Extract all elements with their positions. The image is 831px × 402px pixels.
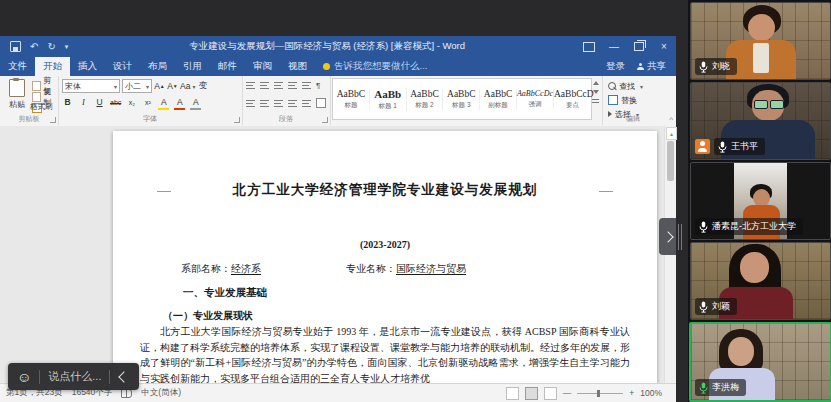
style-heading2[interactable]: AaBbC标题 2 [407, 89, 444, 110]
styles-scroll-down-icon[interactable] [593, 90, 599, 94]
close-button[interactable]: × [652, 41, 676, 52]
tab-file[interactable]: 文件 [0, 57, 35, 76]
align-right-icon[interactable] [274, 100, 283, 107]
underline-button[interactable]: U [94, 96, 105, 108]
sidebar-resize-grip[interactable] [678, 224, 684, 250]
line-spacing-icon[interactable] [302, 100, 311, 107]
tab-home[interactable]: 开始 [35, 57, 70, 76]
search-icon [608, 82, 616, 90]
chat-placeholder[interactable]: 说点什么... [48, 369, 101, 384]
justify-icon[interactable] [288, 100, 297, 107]
scrollbar-thumb[interactable] [667, 141, 674, 181]
participant-name-badge: 刘颖 [695, 298, 737, 315]
borders-icon[interactable] [316, 98, 326, 108]
align-center-icon[interactable] [260, 100, 269, 107]
chevron-down-icon: ▾ [114, 83, 117, 90]
phonetic-guide-button[interactable]: 变 [197, 80, 208, 92]
format-painter-label[interactable]: 格式刷 [30, 102, 53, 112]
styles-more-icon[interactable] [592, 99, 599, 103]
character-shading-button[interactable]: A [190, 96, 201, 108]
font-name-select[interactable]: 宋体▾ [62, 79, 120, 93]
sign-in-button[interactable]: 登录 [606, 60, 625, 73]
styles-scroll-up-icon[interactable] [593, 81, 599, 85]
zoom-level[interactable]: 100% [640, 388, 662, 398]
document-page[interactable]: 北方工业大学经济管理学院专业建设与发展规划 (2023-2027) 系部名称：经… [113, 131, 657, 402]
zoom-out-button[interactable]: — [563, 388, 572, 398]
undo-icon[interactable]: ↶ [30, 41, 38, 52]
qat-more-icon[interactable]: ▾ [65, 43, 69, 51]
restore-button[interactable] [634, 42, 644, 51]
replace-button[interactable]: 替换 [608, 94, 643, 106]
ribbon-display-options-icon[interactable] [583, 42, 595, 52]
change-case-button[interactable]: Aa▾ [180, 80, 195, 92]
tab-layout[interactable]: 布局 [140, 57, 175, 76]
shrink-font-button[interactable]: A▼ [167, 80, 178, 92]
bold-button[interactable]: B [62, 96, 73, 108]
tell-me-box[interactable]: 告诉我您想要做什么... [323, 57, 427, 76]
bullet-list-icon[interactable] [246, 82, 255, 89]
paste-button[interactable]: 粘贴 [4, 79, 30, 110]
style-sample: AaBbCcDc [517, 89, 553, 98]
read-mode-button[interactable] [506, 387, 519, 400]
style-heading3[interactable]: AaBbC标题 3 [443, 89, 480, 110]
share-button[interactable]: 共享 [637, 60, 666, 73]
tab-view[interactable]: 视图 [280, 57, 315, 76]
web-layout-button[interactable] [544, 387, 557, 400]
clipboard-dialog-launcher-icon[interactable] [50, 117, 56, 123]
superscript-button[interactable]: x² [142, 96, 153, 108]
participant-tile[interactable]: 王书平 [690, 82, 831, 160]
chat-input-pill[interactable]: ☺ 说点什么... [8, 363, 139, 390]
find-button[interactable]: 查找▾ [608, 80, 643, 92]
font-dialog-launcher-icon[interactable] [234, 117, 240, 123]
document-scrollbar[interactable]: ▴ ▾ [664, 126, 676, 402]
paragraph-dialog-launcher-icon[interactable] [322, 117, 328, 123]
tab-review[interactable]: 审阅 [245, 57, 280, 76]
tab-references[interactable]: 引用 [175, 57, 210, 76]
style-heading1[interactable]: AaBb标题 1 [370, 88, 407, 111]
indent-icon[interactable] [302, 82, 311, 89]
zoom-slider[interactable] [577, 393, 623, 394]
copy-button[interactable]: 复制 [32, 92, 58, 102]
italic-button[interactable]: I [78, 96, 89, 108]
numbered-list-icon[interactable] [260, 82, 269, 89]
zoom-slider-thumb[interactable] [597, 390, 600, 397]
tab-mailings[interactable]: 邮件 [210, 57, 245, 76]
sidebar-collapse-tab[interactable] [659, 218, 676, 255]
participant-tile-active-speaker[interactable]: 李洪梅 [689, 322, 831, 402]
document-canvas[interactable]: 北方工业大学经济管理学院专业建设与发展规划 (2023-2027) 系部名称：经… [0, 126, 665, 402]
smiley-icon[interactable]: ☺ [17, 370, 31, 384]
style-emphasis[interactable]: AaBbCcDc强调 [517, 89, 554, 109]
style-name: 标题 1 [370, 102, 406, 111]
pilcrow-icon[interactable]: ¶ [316, 81, 320, 90]
word-title-bar: ↶ ↻ ▾ 专业建设与发展规划—国际经济与贸易 (经济系) [兼容模式] - W… [0, 36, 676, 57]
strikethrough-button[interactable]: abc [110, 96, 121, 108]
participant-tile[interactable]: 刘晓 [690, 2, 831, 80]
grow-font-button[interactable]: A▲ [154, 80, 165, 92]
tab-insert[interactable]: 插入 [70, 57, 105, 76]
font-color-button[interactable]: A [174, 96, 185, 108]
tab-design[interactable]: 设计 [105, 57, 140, 76]
subscript-button[interactable]: x₂ [126, 96, 137, 108]
chevron-down-icon: ▾ [640, 83, 643, 90]
style-normal[interactable]: AaBbC标题 [333, 89, 370, 110]
style-keypoint[interactable]: AaBbCcD要点 [554, 89, 591, 110]
participant-tile[interactable]: 刘颖 [690, 242, 831, 320]
font-size-select[interactable]: 小二▾ [122, 79, 152, 93]
redo-icon[interactable]: ↻ [47, 41, 55, 52]
paragraph-group-label: 段落 [242, 114, 330, 124]
scroll-up-icon[interactable]: ▴ [666, 127, 677, 140]
participant-tile[interactable]: 潘素昆-北方工业大学 [690, 162, 831, 240]
zoom-in-button[interactable]: + [629, 388, 634, 398]
language-indicator[interactable]: 中文(简体) [141, 387, 181, 399]
style-subtitle[interactable]: AaBbC副标题 [480, 89, 517, 110]
print-layout-button[interactable] [525, 387, 538, 400]
participant-name-badge: 王书平 [714, 138, 765, 155]
multilevel-list-icon[interactable] [274, 82, 283, 89]
highlight-color-button[interactable]: A [158, 96, 169, 108]
minimize-button[interactable]: — [602, 41, 626, 52]
chevron-left-icon[interactable] [119, 371, 130, 382]
align-left-icon[interactable] [246, 100, 255, 107]
outdent-icon[interactable] [288, 82, 297, 89]
collapse-ribbon-icon[interactable]: ^ [669, 115, 673, 124]
save-icon[interactable] [10, 41, 21, 52]
